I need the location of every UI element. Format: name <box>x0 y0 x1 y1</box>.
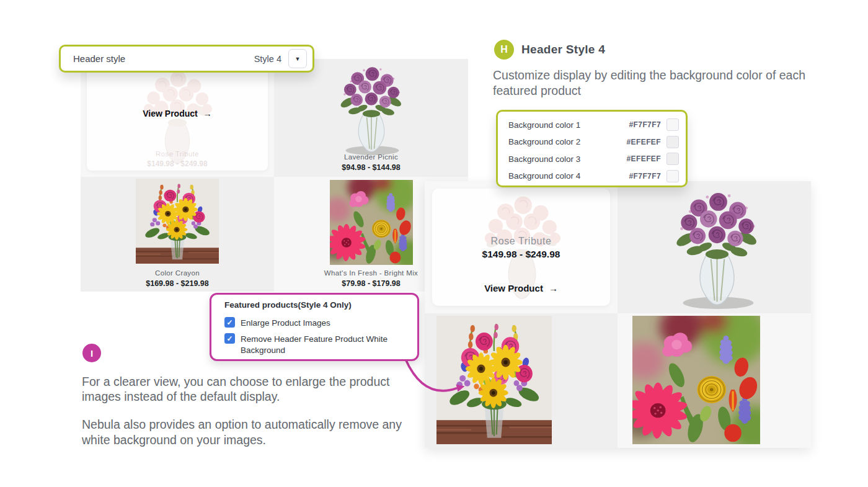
view-product-label: View Product <box>143 109 197 118</box>
storefront-preview-enlarged: Rose Tribute $149.98 - $249.98 View Prod… <box>425 181 811 448</box>
enlarge-images-option: ✓ Enlarge Product Images <box>224 317 410 329</box>
product-price: $149.98 - $249.98 <box>432 249 610 260</box>
arrow-right-icon: → <box>203 109 212 118</box>
bright-mix-image[interactable] <box>330 180 413 265</box>
check-icon: ✓ <box>226 334 232 343</box>
view-product-link[interactable]: View Product→ <box>87 109 268 118</box>
enlarge-images-checkbox[interactable]: ✓ <box>224 317 235 328</box>
chevron-down-icon: ▼ <box>295 56 301 62</box>
enlarged-featured-cell-1: Rose Tribute $149.98 - $249.98 View Prod… <box>425 181 618 313</box>
background-colors-panel: Background color 1 #F7F7F7 Background co… <box>496 110 688 187</box>
check-icon: ✓ <box>226 318 232 327</box>
color-swatch[interactable] <box>666 118 679 131</box>
enlarged-featured-cell-3 <box>425 313 618 448</box>
featured-products-panel: Featured products(Style 4 Only) ✓ Enlarg… <box>210 293 419 361</box>
section-description: Customize display by editing the backgro… <box>493 68 822 98</box>
product-price-faint: $149.98 - $249.98 <box>87 159 268 168</box>
color-crayon-image-large[interactable] <box>436 316 552 444</box>
color-swatch[interactable] <box>666 153 679 165</box>
featured-product-cell-1: View Product→ Rose Tribute $149.98 - $24… <box>81 59 274 177</box>
bright-mix-image-large[interactable] <box>632 316 760 444</box>
header-style-setting[interactable]: Header style Style 4 ▼ <box>59 45 314 73</box>
background-color-row-3: Background color 3 #EFEFEF <box>508 151 679 166</box>
background-color-label: Background color 2 <box>508 137 627 146</box>
view-product-label: View Product <box>484 283 543 293</box>
background-color-label: Background color 1 <box>508 120 629 130</box>
product-name: Color Crayon <box>81 269 274 277</box>
remove-background-option: ✓ Remove Header Feature Product White Ba… <box>224 333 410 356</box>
background-color-row-4: Background color 4 #F7F7F7 <box>508 169 679 184</box>
color-swatch[interactable] <box>666 136 679 148</box>
view-product-link[interactable]: View Product→ <box>432 283 610 293</box>
header-style-dropdown-button[interactable]: ▼ <box>288 49 307 68</box>
section-title: Header Style 4 <box>521 43 605 56</box>
tutorial-canvas: View Product→ Rose Tribute $149.98 - $24… <box>0 0 868 487</box>
background-color-row-1: Background color 1 #F7F7F7 <box>508 117 679 132</box>
background-color-row-2: Background color 2 #EFEFEF <box>508 135 679 150</box>
enlarged-featured-cell-2 <box>618 181 811 313</box>
option-label: Enlarge Product Images <box>241 317 330 329</box>
featured-products-title: Featured products(Style 4 Only) <box>224 300 352 310</box>
step-h-badge: H <box>494 40 514 60</box>
enlarged-featured-cell-4 <box>618 313 811 448</box>
step-i-letter: I <box>91 348 93 359</box>
featured-product-cell-3: Color Crayon $169.98 - $219.98 <box>81 177 274 292</box>
step-i-badge: I <box>82 344 101 362</box>
header-style-value: Style 4 <box>254 54 281 64</box>
background-color-hex: #F7F7F7 <box>629 120 662 129</box>
product-price: $94.98 - $144.98 <box>274 163 468 172</box>
paragraph: Nebula also provides an option to automa… <box>82 417 420 447</box>
product-name-faint: Rose Tribute <box>87 150 268 158</box>
section-i-text: For a clearer view, you can choose to en… <box>82 374 420 447</box>
background-color-label: Background color 3 <box>508 154 627 164</box>
product-name: Rose Tribute <box>432 236 610 247</box>
color-crayon-image[interactable] <box>136 179 219 264</box>
lavender-picnic-image-large[interactable] <box>666 184 768 311</box>
paragraph: For a clearer view, you can choose to en… <box>82 374 420 404</box>
header-style-label: Header style <box>73 53 254 64</box>
remove-background-checkbox[interactable]: ✓ <box>224 333 235 344</box>
arrow-right-icon: → <box>549 283 558 293</box>
featured-product-cell-2: Lavender Picnic $94.98 - $144.98 <box>274 59 468 177</box>
step-h-letter: H <box>500 44 508 55</box>
background-color-hex: #F7F7F7 <box>629 172 662 181</box>
background-color-hex: #EFEFEF <box>627 138 661 146</box>
background-color-hex: #EFEFEF <box>627 154 661 163</box>
lavender-picnic-image[interactable] <box>334 60 409 157</box>
color-swatch[interactable] <box>666 170 679 182</box>
storefront-preview-default: View Product→ Rose Tribute $149.98 - $24… <box>81 59 468 292</box>
enlarged-featured-card[interactable]: Rose Tribute $149.98 - $249.98 View Prod… <box>432 189 610 306</box>
product-price: $169.98 - $219.98 <box>81 279 274 288</box>
featured-product-card[interactable]: View Product→ Rose Tribute $149.98 - $24… <box>87 65 268 171</box>
background-color-label: Background color 4 <box>508 171 629 181</box>
option-label: Remove Header Feature Product White Back… <box>241 333 410 356</box>
product-name: Lavender Picnic <box>274 153 468 161</box>
